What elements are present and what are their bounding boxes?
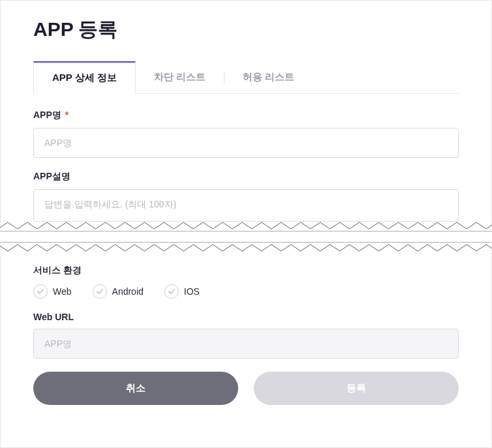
field-app-name: APP명 * [33,110,459,158]
form-card: APP 등록 APP 상세 정보 차단 리스트 허용 리스트 APP명 * AP… [0,0,492,448]
field-web-url: Web URL [33,312,459,359]
tab-bar: APP 상세 정보 차단 리스트 허용 리스트 [33,61,459,94]
button-row: 취소 등록 [33,372,459,405]
field-service-env: 서비스 환경 Web Android [33,265,459,299]
check-icon [33,284,48,299]
checkbox-web-label: Web [53,286,72,297]
required-indicator: * [65,110,69,120]
app-name-input[interactable] [33,128,459,158]
service-env-options: Web Android IOS [33,284,459,299]
app-desc-input[interactable] [33,189,459,222]
check-icon [93,284,107,299]
check-icon [164,284,179,299]
tab-detail[interactable]: APP 상세 정보 [33,61,136,94]
checkbox-ios-label: IOS [184,286,200,297]
app-name-label-text: APP명 [33,110,61,120]
submit-button[interactable]: 등록 [254,372,459,405]
web-url-label: Web URL [33,312,459,322]
cancel-button[interactable]: 취소 [33,372,238,405]
checkbox-android[interactable]: Android [93,284,144,299]
app-name-label: APP명 * [33,110,459,121]
content-area: APP 등록 APP 상세 정보 차단 리스트 허용 리스트 APP명 * AP… [1,1,491,421]
field-app-desc: APP설명 [33,171,459,224]
checkbox-android-label: Android [112,286,144,297]
section-below-break: 서비스 환경 Web Android [33,265,459,405]
checkbox-ios[interactable]: IOS [164,284,200,299]
page-title: APP 등록 [33,16,459,43]
app-desc-label: APP설명 [33,171,459,183]
tab-blocklist[interactable]: 차단 리스트 [136,61,224,93]
checkbox-web[interactable]: Web [33,284,72,299]
tab-allowlist[interactable]: 허용 리스트 [224,61,313,93]
web-url-input[interactable] [33,329,459,359]
service-env-label: 서비스 환경 [33,265,459,276]
